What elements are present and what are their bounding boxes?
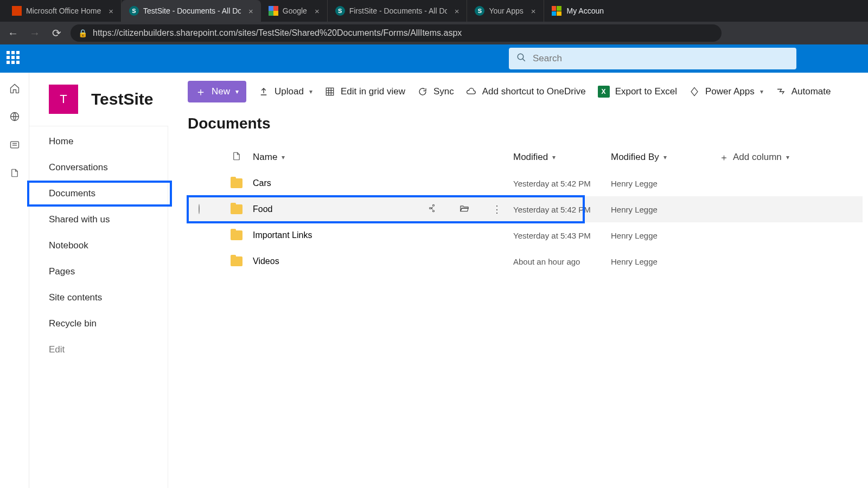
- sharepoint-icon: S: [335, 6, 345, 16]
- left-column: T TestSite Home Conversations Documents …: [29, 73, 168, 488]
- sidenav-item-notebook[interactable]: Notebook: [29, 233, 168, 259]
- chevron-down-icon: ▾: [552, 153, 556, 161]
- command-bar: ＋ New ▾ Upload ▾ Edit in grid view: [188, 73, 863, 111]
- item-modifiedby: Henry Legge: [611, 205, 719, 214]
- folder-icon: [231, 204, 242, 214]
- browser-tab[interactable]: Microsoft Office Home ×: [4, 0, 122, 22]
- folder-icon: [231, 178, 242, 188]
- automate-icon: [775, 86, 786, 97]
- microsoft-icon: [552, 6, 561, 16]
- new-button[interactable]: ＋ New ▾: [188, 81, 246, 102]
- item-name[interactable]: Important Links: [253, 230, 416, 240]
- automate-button[interactable]: Automate: [775, 86, 831, 97]
- browser-tabs: Microsoft Office Home × S TestSite - Doc…: [0, 0, 868, 22]
- svg-rect-6: [326, 88, 334, 95]
- cmd-label: Upload: [275, 86, 304, 97]
- site-logo[interactable]: T: [49, 85, 78, 114]
- item-name[interactable]: Videos: [253, 256, 416, 266]
- back-icon[interactable]: ←: [5, 27, 21, 40]
- doclib-grid: Name ▾ Modified ▾ Modified By ▾ ＋ Add co…: [188, 144, 863, 274]
- search-icon: [516, 53, 526, 65]
- sidenav-edit[interactable]: Edit: [29, 337, 168, 363]
- table-row[interactable]: Food ⋮ Yesterday at 5:42 PM Henry Legge: [188, 196, 584, 222]
- excel-icon: X: [598, 86, 610, 98]
- app-launcher-icon[interactable]: [7, 51, 22, 66]
- close-icon[interactable]: ×: [315, 7, 320, 16]
- item-modifiedby: Henry Legge: [611, 257, 719, 266]
- table-row[interactable]: Cars Yesterday at 5:42 PM Henry Legge: [188, 170, 863, 196]
- file-icon[interactable]: [9, 167, 21, 179]
- doctype-icon[interactable]: [220, 151, 253, 164]
- item-name[interactable]: Cars: [253, 178, 416, 188]
- chevron-down-icon: ▾: [235, 88, 239, 95]
- onedrive-shortcut-button[interactable]: Add shortcut to OneDrive: [466, 86, 586, 97]
- close-icon[interactable]: ×: [455, 7, 459, 16]
- col-name[interactable]: Name ▾: [253, 152, 416, 163]
- add-column-label: Add column: [733, 152, 782, 163]
- forward-icon[interactable]: →: [27, 27, 42, 40]
- browser-tab[interactable]: S Your Apps ×: [467, 0, 544, 22]
- item-name[interactable]: Food: [253, 204, 416, 214]
- google-icon: [269, 6, 278, 16]
- close-icon[interactable]: ×: [248, 7, 253, 16]
- app-rail: [0, 73, 29, 488]
- suite-bar: [0, 44, 868, 73]
- browser-tab[interactable]: Google ×: [261, 0, 328, 22]
- cmd-label: Add shortcut to OneDrive: [482, 86, 586, 97]
- sidenav-item-conversations[interactable]: Conversations: [29, 155, 168, 181]
- address-bar[interactable]: 🔒 https://citizenbuilders.sharepoint.com…: [71, 24, 722, 42]
- globe-icon[interactable]: [9, 111, 21, 123]
- home-icon[interactable]: [9, 82, 21, 94]
- sync-button[interactable]: Sync: [417, 86, 454, 97]
- upload-button[interactable]: Upload ▾: [258, 86, 312, 97]
- search-input[interactable]: [533, 53, 789, 64]
- lock-icon: 🔒: [78, 29, 87, 37]
- tab-title: Your Apps: [489, 7, 523, 15]
- table-row[interactable]: Important Links Yesterday at 5:43 PM Hen…: [188, 222, 863, 248]
- add-column-button[interactable]: ＋ Add column ▾: [719, 151, 839, 164]
- tab-title: My Accoun: [567, 7, 604, 15]
- search-box[interactable]: [509, 48, 796, 69]
- tab-title: Google: [283, 7, 307, 15]
- cmd-label: Power Apps: [705, 86, 755, 97]
- sync-icon: [417, 86, 428, 97]
- more-actions-icon[interactable]: ⋮: [481, 203, 513, 215]
- chevron-down-icon: ▾: [760, 88, 763, 95]
- sidenav-item-shared[interactable]: Shared with us: [29, 207, 168, 233]
- browser-tab[interactable]: S FirstSite - Documents - All Docum ×: [328, 0, 468, 22]
- item-modified: Yesterday at 5:42 PM: [513, 179, 611, 188]
- reload-icon[interactable]: ⟳: [49, 27, 64, 40]
- powerapps-icon: [689, 86, 700, 97]
- browser-tab-overflow[interactable]: My Accoun: [544, 0, 611, 22]
- row-selector[interactable]: [199, 204, 200, 214]
- col-modified-label: Modified: [513, 152, 548, 163]
- export-excel-button[interactable]: X Export to Excel: [598, 86, 677, 98]
- col-modified[interactable]: Modified ▾: [513, 152, 611, 163]
- edit-grid-button[interactable]: Edit in grid view: [324, 86, 405, 97]
- news-icon[interactable]: [9, 139, 21, 151]
- upload-icon: [258, 86, 269, 97]
- url-text: https://citizenbuilders.sharepoint.com/s…: [93, 28, 462, 38]
- close-icon[interactable]: ×: [531, 7, 536, 16]
- sidenav-item-sitecontents[interactable]: Site contents: [29, 285, 168, 311]
- folder-open-icon[interactable]: [448, 204, 481, 215]
- item-modified: Yesterday at 5:43 PM: [513, 231, 611, 240]
- new-button-label: New: [212, 86, 230, 97]
- close-icon[interactable]: ×: [108, 7, 113, 16]
- item-modifiedby: Henry Legge: [611, 231, 719, 240]
- library-title: Documents: [188, 115, 863, 132]
- sidenav-item-documents[interactable]: Documents: [27, 181, 172, 207]
- sidenav-item-recyclebin[interactable]: Recycle bin: [29, 311, 168, 337]
- col-modifiedby[interactable]: Modified By ▾: [611, 152, 719, 163]
- browser-toolbar: ← → ⟳ 🔒 https://citizenbuilders.sharepoi…: [0, 22, 868, 44]
- cmd-label: Sync: [433, 86, 454, 97]
- powerapps-button[interactable]: Power Apps ▾: [689, 86, 763, 97]
- side-nav: Home Conversations Documents Shared with…: [29, 126, 168, 488]
- sidenav-item-pages[interactable]: Pages: [29, 259, 168, 285]
- share-icon[interactable]: [416, 203, 448, 216]
- table-row[interactable]: Videos About an hour ago Henry Legge: [188, 248, 863, 274]
- browser-tab-active[interactable]: S TestSite - Documents - All Docum ×: [122, 0, 261, 22]
- site-header: T TestSite: [29, 73, 168, 126]
- chevron-down-icon: ▾: [309, 88, 312, 95]
- sidenav-item-home[interactable]: Home: [29, 129, 168, 155]
